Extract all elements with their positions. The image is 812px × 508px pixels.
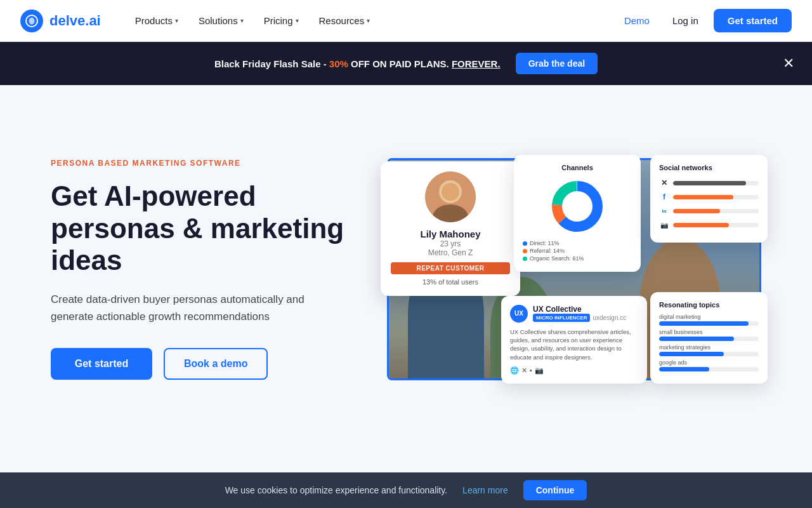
ux-collective-card: UX UX Collective MICRO INFLUENCER uxdesi… [501, 296, 647, 384]
nav-right: Demo Log in Get started [617, 9, 792, 32]
ux-handle: uxdesign.cc [593, 314, 626, 321]
facebook-icon-ux: ▪ [530, 366, 532, 375]
topic-item-3: marketing strategies [659, 344, 759, 356]
channel-legend: Direct: 11% Referral: 14% Organic Search… [523, 240, 632, 262]
chevron-down-icon: ▾ [175, 17, 178, 24]
topic-item-1: digital marketing [659, 314, 759, 326]
social-item-instagram: 📷 [659, 220, 759, 230]
logo[interactable]: delve.ai [20, 10, 101, 32]
persona-age: 23 yrs [391, 239, 510, 248]
demo-button[interactable]: Demo [617, 10, 657, 31]
hero-right: Lily Mahoney 23 yrs Metro, Gen Z REPEAT … [387, 149, 761, 390]
ux-badge-row: MICRO INFLUENCER uxdesign.cc [533, 314, 626, 322]
nav-resources[interactable]: Resources ▾ [310, 10, 379, 31]
hero-left: PERSONA BASED MARKETING SOFTWARE Get AI-… [51, 159, 349, 380]
discount-highlight: 30% [329, 58, 348, 69]
ux-influencer-badge: MICRO INFLUENCER [533, 314, 590, 322]
topics-card: Resonating topics digital marketing smal… [650, 292, 768, 384]
ux-logo: UX [510, 305, 528, 323]
get-started-nav-button[interactable]: Get started [714, 9, 792, 32]
facebook-icon: f [659, 192, 669, 202]
topic-item-4: google ads [659, 359, 759, 371]
chevron-down-icon: ▾ [240, 17, 244, 24]
globe-icon: 🌐 [510, 366, 519, 375]
eyebrow-text: PERSONA BASED MARKETING SOFTWARE [51, 159, 349, 168]
nav-pricing[interactable]: Pricing ▾ [255, 10, 308, 31]
svg-point-4 [442, 183, 459, 201]
get-started-hero-button[interactable]: Get started [51, 348, 152, 380]
instagram-icon-ux: 📷 [535, 366, 544, 375]
social-item-linkedin: in [659, 206, 759, 216]
grab-deal-button[interactable]: Grab the deal [516, 53, 598, 74]
x-icon: ✕ [659, 178, 669, 188]
social-item-x: ✕ [659, 178, 759, 188]
topic-item-2: small businesses [659, 329, 759, 341]
navbar: delve.ai Products ▾ Solutions ▾ Pricing … [0, 0, 812, 42]
cookie-text: We use cookies to optimize experience an… [225, 485, 447, 495]
ux-name: UX Collective [533, 305, 626, 314]
social-title: Social networks [659, 164, 759, 171]
book-demo-button[interactable]: Book a demo [164, 348, 268, 380]
channels-title: Channels [523, 164, 632, 171]
ux-header: UX UX Collective MICRO INFLUENCER uxdesi… [510, 305, 638, 323]
hero-title: Get AI-powered personas & marketing idea… [51, 180, 349, 277]
ux-social-icons: 🌐 ✕ ▪ 📷 [510, 366, 638, 375]
promo-banner: Black Friday Flash Sale - 30% OFF ON PAI… [0, 42, 812, 85]
login-button[interactable]: Log in [665, 10, 706, 31]
cookie-banner: We use cookies to optimize experience an… [0, 472, 812, 508]
persona-avatar [425, 171, 476, 222]
donut-chart [549, 178, 606, 235]
ux-description: UX Collective shares comprehensive artic… [510, 328, 638, 361]
svg-point-9 [563, 192, 591, 220]
social-card: Social networks ✕ f in 📷 [650, 155, 768, 243]
logo-icon [20, 10, 43, 32]
channels-card: Channels Direct: 11% Referral: 14% Organ… [514, 155, 641, 272]
persona-stat: 13% of total users [391, 278, 510, 286]
chevron-down-icon: ▾ [367, 17, 370, 24]
instagram-icon: 📷 [659, 220, 669, 230]
nav-products[interactable]: Products ▾ [126, 10, 187, 31]
continue-button[interactable]: Continue [523, 480, 587, 500]
learn-more-link[interactable]: Learn more [462, 485, 508, 495]
hero-buttons: Get started Book a demo [51, 348, 349, 380]
logo-text: delve.ai [49, 13, 101, 29]
social-item-fb: f [659, 192, 759, 202]
persona-segment: Metro, Gen Z [391, 248, 510, 257]
nav-links: Products ▾ Solutions ▾ Pricing ▾ Resourc… [126, 10, 617, 31]
linkedin-icon: in [659, 206, 669, 216]
x-icon-ux: ✕ [521, 366, 527, 375]
nav-solutions[interactable]: Solutions ▾ [190, 10, 252, 31]
close-banner-button[interactable]: ✕ [783, 57, 794, 70]
banner-text: Black Friday Flash Sale - 30% OFF ON PAI… [214, 58, 501, 69]
hero-section: PERSONA BASED MARKETING SOFTWARE Get AI-… [0, 85, 812, 441]
persona-name: Lily Mahoney [391, 229, 510, 239]
persona-card: Lily Mahoney 23 yrs Metro, Gen Z REPEAT … [381, 161, 520, 296]
persona-badge: REPEAT CUSTOMER [391, 262, 510, 274]
chevron-down-icon: ▾ [296, 17, 299, 24]
topics-title: Resonating topics [659, 301, 759, 309]
hero-subtitle: Create data-driven buyer personas automa… [51, 291, 349, 325]
